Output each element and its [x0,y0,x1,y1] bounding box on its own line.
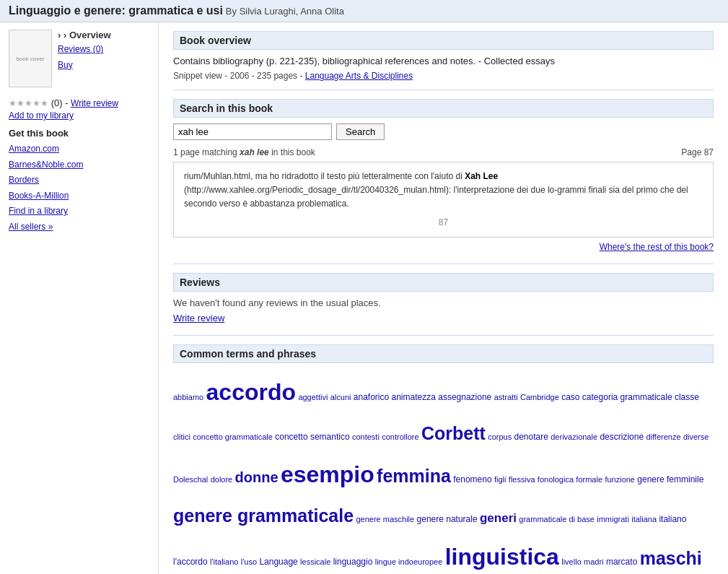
books-a-million-link[interactable]: Books-A-Million [9,188,149,204]
sidebar: book cover › Overview Reviews (0) Buy ★★… [0,22,159,574]
term-item[interactable]: marcato [606,557,637,567]
term-item[interactable]: linguistica [445,544,559,570]
term-item[interactable]: diverse [683,432,709,441]
language-arts-link[interactable]: Language Arts & Disciplines [305,71,413,81]
write-review-link[interactable]: Write review [173,313,224,323]
term-item[interactable]: animatezza [392,392,436,402]
search-in-book-section: Search in this book Search 1 page matchi… [173,99,714,252]
term-item[interactable]: genere femminile [637,474,703,484]
main-content: Book overview Contains bibliography (p. … [159,22,728,574]
term-item[interactable]: caso [561,392,579,402]
term-item[interactable]: livello [561,557,582,566]
sidebar-overview-section: book cover › Overview Reviews (0) Buy [9,30,149,92]
barnes-noble-link[interactable]: Barnes&Noble.com [9,157,149,173]
term-item[interactable]: genere naturale [417,514,478,524]
term-item[interactable]: denotare [514,432,548,442]
rating-count: (0) [51,97,63,108]
snippet-text-2: (http://www.xahlee.org/Periodic_dosage_d… [184,185,688,209]
term-item[interactable]: genere grammaticale [173,505,354,526]
term-item[interactable]: grammaticale di base [519,515,595,523]
term-item[interactable]: madri [584,557,604,566]
term-item[interactable]: concetto grammaticale [193,432,273,441]
term-item[interactable]: femmina [377,466,451,486]
term-item[interactable]: fonologica [538,475,574,484]
term-item[interactable]: immigrati [597,515,629,523]
search-section-header: Search in this book [173,99,714,118]
term-item[interactable]: descrizione [600,432,644,442]
term-item[interactable]: Language [259,557,297,567]
search-row: Search [173,123,714,140]
term-item[interactable]: corpus [488,432,512,441]
search-results-info: 1 page matching xah lee in this book Pag… [173,147,714,157]
term-item[interactable]: abbiamo [173,393,203,401]
term-item[interactable]: controllore [382,432,418,441]
search-input[interactable] [173,123,332,140]
divider-1 [173,90,714,90]
write-review-link[interactable]: Write review [71,98,118,108]
amazon-link[interactable]: Amazon.com [9,142,149,157]
term-item[interactable]: Cambridge [520,393,559,401]
term-item[interactable]: alcuni [330,393,351,401]
term-item[interactable]: esempio [281,461,374,487]
term-item[interactable]: generi [480,511,517,525]
term-item[interactable]: Doleschal [173,475,208,484]
term-item[interactable]: italiana [631,515,657,523]
term-item[interactable]: donne [235,469,279,485]
term-item[interactable]: Corbett [421,423,486,443]
term-item[interactable]: lingue indoeuropee [375,557,443,566]
get-book-links: Amazon.com Barnes&Noble.com Borders Book… [9,142,149,235]
term-item[interactable]: lessicale [300,557,330,566]
reviews-title: Reviews [180,277,220,288]
terms-title: Common terms and phrases [180,348,316,360]
term-item[interactable]: differenze [646,432,680,441]
term-item[interactable]: italiano [659,514,686,524]
term-item[interactable]: formale [576,475,602,484]
sidebar-rating: ★★★★★ (0) - Write review [9,97,149,108]
snippet-meta-text: Snippet view - 2006 - 235 pages - [173,71,302,81]
borders-link[interactable]: Borders [9,173,149,188]
reviews-section: Reviews We haven't found any reviews in … [173,273,714,323]
find-library-link[interactable]: Find in a library [9,204,149,219]
term-item[interactable]: derivazionale [551,432,597,441]
terms-section: Common terms and phrases abbiamo accordo… [173,344,714,574]
term-item[interactable]: l'accordo [173,557,208,567]
snippet-text-1: rium/Muhlan.html, ma ho ridradotto il te… [184,171,462,181]
term-item[interactable]: dolore [211,475,233,484]
term-item[interactable]: l'uso [241,557,257,566]
term-item[interactable]: accordo [206,379,296,405]
page-layout: book cover › Overview Reviews (0) Buy ★★… [0,22,728,574]
term-item[interactable]: aggettivi [298,393,328,401]
terms-cloud: abbiamo accordo aggettivi alcuni anafori… [173,369,714,574]
term-item[interactable]: astratti [494,393,518,401]
term-item[interactable]: anaforico [354,392,389,402]
book-overview-title: Book overview [180,35,251,46]
term-item[interactable]: contesti [352,432,380,441]
snippet-page-num: 87 [184,216,703,230]
results-query: xah lee [240,147,269,157]
all-sellers-link[interactable]: All sellers » [9,219,149,235]
term-item[interactable]: linguaggio [333,557,373,567]
term-item[interactable]: categoria grammaticale [582,392,672,402]
term-item[interactable]: genere maschile [356,515,414,523]
term-item[interactable]: concetto semantico [275,432,349,442]
add-to-library-link[interactable]: Add to my library [9,110,74,121]
where-rest-link[interactable]: Where's the rest of this book? [173,242,714,252]
term-item[interactable]: fenomeno [453,474,491,484]
page-label: Page 87 [681,147,714,157]
term-item[interactable]: assegnazione [438,392,491,402]
term-item[interactable]: figli [494,475,506,484]
stars-icon: ★★★★★ [9,98,48,108]
term-item[interactable]: funzione [605,475,635,484]
terms-header: Common terms and phrases [173,344,714,363]
term-item[interactable]: clitici [173,432,190,441]
reviews-empty-text: We haven't found any reviews in the usua… [173,297,714,308]
search-button[interactable]: Search [336,123,385,140]
divider-2 [173,264,714,264]
term-item[interactable]: classe [675,392,699,402]
page-snippet-box: rium/Muhlan.html, ma ho ridradotto il te… [173,162,714,238]
get-book-title: Get this book [9,128,149,139]
term-item[interactable]: maschi [640,548,702,568]
term-item[interactable]: flessiva [509,475,535,484]
term-item[interactable]: l'italiano [210,557,238,566]
reviews-header: Reviews [173,273,714,292]
